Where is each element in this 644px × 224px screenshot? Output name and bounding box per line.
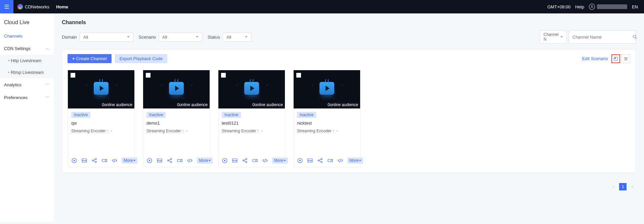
help-link[interactable]: Help (575, 4, 584, 9)
export-playback-button[interactable]: Export Playback Code (115, 54, 168, 63)
channel-name: test0121 (222, 121, 282, 126)
svg-rect-9 (102, 159, 105, 162)
next-page-button[interactable] (629, 183, 636, 190)
video-icon (327, 158, 333, 164)
encoder-row: Streaming Encoder： - (222, 128, 282, 134)
sidebar-item-analytics[interactable]: Analytics ﹀ (0, 78, 54, 91)
encoder-row: Streaming Encoder： - (146, 128, 206, 134)
share-action-button[interactable] (167, 158, 173, 164)
sidebar-item-cdn-settings[interactable]: CDN Settings ︿ (0, 42, 54, 55)
create-channel-button[interactable]: + Create Channel (68, 54, 112, 63)
viewers-label: 0online audience (252, 102, 283, 107)
select-checkbox[interactable] (146, 73, 151, 78)
record-action-button[interactable] (177, 158, 183, 164)
more-actions-button[interactable]: More (122, 158, 137, 164)
more-label: More (349, 158, 358, 163)
channel-thumbnail[interactable]: 0online audience (68, 70, 134, 108)
more-label: More (199, 158, 208, 163)
channel-name: nicktest (297, 121, 357, 126)
scenario-filter-value: All (162, 35, 167, 40)
search-box (569, 30, 636, 44)
embed-action-button[interactable] (262, 158, 268, 164)
edit-scenario-link[interactable]: Edit Scenario (582, 56, 608, 61)
channel-thumbnail[interactable]: 0online audience (294, 70, 360, 108)
card-body: Inactive qw Streaming Encoder： - (68, 108, 134, 136)
share-action-button[interactable] (317, 158, 323, 164)
search-input[interactable] (569, 33, 632, 41)
search-icon (632, 34, 638, 40)
svg-point-1 (633, 35, 636, 38)
share-action-button[interactable] (91, 158, 97, 164)
play-action-button[interactable] (222, 158, 228, 164)
play-action-button[interactable] (146, 158, 153, 164)
play-circle-icon (222, 158, 228, 164)
svg-point-0 (591, 5, 593, 7)
search-button[interactable] (632, 34, 638, 40)
play-icon (319, 82, 334, 95)
page-number-current[interactable]: 1 (619, 183, 627, 190)
record-action-button[interactable] (327, 158, 333, 164)
embed-action-button[interactable] (337, 158, 343, 164)
scenario-filter-select[interactable]: All (159, 33, 202, 42)
snapshot-action-button[interactable] (232, 158, 238, 164)
user-chip[interactable] (589, 4, 627, 10)
play-icon (94, 82, 109, 95)
card-actions: More (68, 155, 134, 167)
embed-action-button[interactable] (187, 158, 193, 164)
more-label: More (124, 158, 133, 163)
snapshot-action-button[interactable] (157, 158, 163, 164)
more-actions-button[interactable]: More (272, 158, 288, 164)
grid-icon (613, 56, 618, 61)
top-header: CDNetworks Home GMT+08:00 Help EN (0, 0, 644, 13)
channel-card: 0online audience Inactive demo1 Streamin… (143, 70, 210, 167)
channel-thumbnail[interactable]: 0online audience (218, 70, 285, 108)
domain-filter-select[interactable]: All (80, 33, 133, 42)
chevron-up-icon: ︿ (45, 45, 50, 51)
status-badge: Inactive (146, 112, 166, 118)
select-checkbox[interactable] (221, 73, 226, 78)
sidebar-item-channels[interactable]: Channels (0, 30, 54, 42)
encoder-value: - (337, 129, 338, 133)
encoder-value: - (186, 129, 187, 133)
record-action-button[interactable] (101, 158, 108, 164)
channels-panel: + Create Channel Export Playback Code Ed… (62, 49, 636, 173)
sidebar-item-preferences[interactable]: Preferences ﹀ (0, 91, 54, 104)
filter-bar: Domain All Scenario All Status All Chann… (54, 30, 644, 49)
share-action-button[interactable] (242, 158, 248, 164)
sidebar-item-label: Channels (4, 34, 23, 39)
channel-card: 0online audience Inactive qw Streaming E… (68, 70, 135, 167)
snapshot-action-button[interactable] (81, 158, 87, 164)
sidebar-item-rtmp-livestream[interactable]: Rtmp Livestream (0, 66, 54, 78)
channel-thumbnail[interactable]: 0online audience (143, 70, 210, 108)
embed-action-button[interactable] (112, 158, 118, 164)
more-actions-button[interactable]: More (197, 158, 213, 164)
more-actions-button[interactable]: More (347, 158, 363, 164)
status-filter-label: Status (208, 35, 220, 40)
chevron-down-icon: ﹀ (45, 82, 50, 88)
play-icon (244, 82, 259, 95)
select-checkbox[interactable] (296, 73, 301, 78)
prev-page-button[interactable] (610, 183, 617, 190)
home-tab[interactable]: Home (56, 4, 68, 9)
play-action-button[interactable] (71, 158, 77, 164)
encoder-label: Streaming Encoder： (146, 129, 185, 133)
play-action-button[interactable] (297, 158, 303, 164)
card-actions: More (143, 155, 210, 167)
panel-toolbar: + Create Channel Export Playback Code Ed… (62, 49, 636, 68)
snapshot-action-button[interactable] (307, 158, 313, 164)
record-action-button[interactable] (252, 158, 258, 164)
plus-icon: + (72, 56, 75, 61)
hamburger-button[interactable] (0, 0, 13, 13)
search-type-select[interactable]: Channel N (540, 30, 567, 44)
language-label[interactable]: EN (632, 4, 638, 9)
status-filter-select[interactable]: All (223, 33, 251, 42)
encoder-value: - (111, 129, 112, 133)
sidebar-item-http-livestream[interactable]: Http Livestream (0, 55, 54, 66)
list-view-button[interactable] (621, 54, 630, 63)
grid-view-button[interactable] (611, 54, 620, 63)
card-actions: More (294, 155, 360, 167)
select-checkbox[interactable] (71, 73, 75, 78)
brand-logo[interactable]: CDNetworks (17, 4, 49, 9)
viewers-label: 0online audience (328, 102, 358, 107)
play-circle-icon (146, 158, 153, 164)
